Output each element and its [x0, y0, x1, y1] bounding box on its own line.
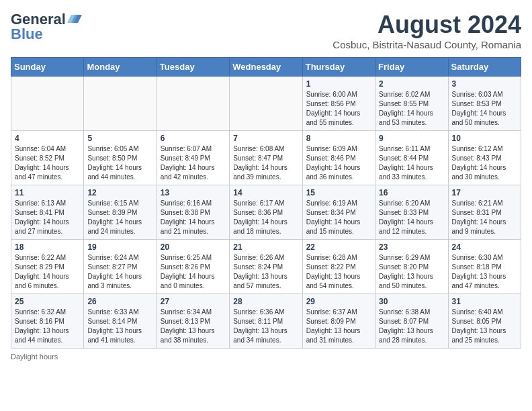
- day-number: 31: [452, 297, 517, 306]
- day-number: 19: [87, 242, 152, 252]
- location: Cosbuc, Bistrita-Nasaud County, Romania: [332, 39, 521, 50]
- day-number: 18: [15, 242, 80, 252]
- calendar-cell: 12Sunrise: 6:15 AM Sunset: 8:39 PM Dayli…: [84, 185, 157, 240]
- day-number: 1: [306, 79, 371, 89]
- day-info: Sunrise: 6:15 AM Sunset: 8:39 PM Dayligh…: [87, 199, 152, 236]
- day-info: Sunrise: 6:34 AM Sunset: 8:13 PM Dayligh…: [161, 308, 226, 345]
- calendar-cell: 23Sunrise: 6:29 AM Sunset: 8:20 PM Dayli…: [375, 240, 448, 294]
- day-info: Sunrise: 6:37 AM Sunset: 8:09 PM Dayligh…: [306, 308, 371, 345]
- calendar-cell: 14Sunrise: 6:17 AM Sunset: 8:36 PM Dayli…: [230, 185, 302, 240]
- day-info: Sunrise: 6:12 AM Sunset: 8:43 PM Dayligh…: [452, 144, 517, 182]
- day-header-saturday: Saturday: [448, 58, 521, 77]
- logo: General Blue: [11, 11, 82, 43]
- calendar-cell: 11Sunrise: 6:13 AM Sunset: 8:41 PM Dayli…: [11, 185, 84, 240]
- day-number: 10: [452, 134, 517, 143]
- calendar-cell: 15Sunrise: 6:19 AM Sunset: 8:34 PM Dayli…: [302, 185, 375, 240]
- day-info: Sunrise: 6:05 AM Sunset: 8:50 PM Dayligh…: [87, 144, 152, 182]
- day-number: 24: [452, 242, 517, 252]
- day-number: 22: [306, 242, 371, 252]
- day-info: Sunrise: 6:11 AM Sunset: 8:44 PM Dayligh…: [379, 144, 444, 182]
- calendar-cell: 27Sunrise: 6:34 AM Sunset: 8:13 PM Dayli…: [157, 294, 229, 349]
- calendar-cell: 10Sunrise: 6:12 AM Sunset: 8:43 PM Dayli…: [448, 131, 521, 185]
- calendar-cell: 1Sunrise: 6:00 AM Sunset: 8:56 PM Daylig…: [302, 77, 375, 131]
- day-header-sunday: Sunday: [11, 58, 84, 77]
- day-number: 15: [306, 188, 371, 197]
- calendar-cell: 26Sunrise: 6:33 AM Sunset: 8:14 PM Dayli…: [84, 294, 157, 349]
- day-number: 28: [233, 297, 298, 306]
- calendar-cell: 4Sunrise: 6:04 AM Sunset: 8:52 PM Daylig…: [11, 131, 84, 185]
- calendar-cell: 21Sunrise: 6:26 AM Sunset: 8:24 PM Dayli…: [230, 240, 302, 294]
- day-number: 20: [161, 242, 226, 252]
- calendar-cell: [157, 77, 229, 131]
- calendar-cell: 30Sunrise: 6:38 AM Sunset: 8:07 PM Dayli…: [375, 294, 448, 349]
- calendar-cell: 31Sunrise: 6:40 AM Sunset: 8:05 PM Dayli…: [448, 294, 521, 349]
- day-number: 30: [379, 297, 444, 306]
- day-number: 6: [161, 134, 226, 143]
- day-info: Sunrise: 6:33 AM Sunset: 8:14 PM Dayligh…: [87, 308, 152, 345]
- day-info: Sunrise: 6:13 AM Sunset: 8:41 PM Dayligh…: [15, 199, 80, 236]
- day-info: Sunrise: 6:22 AM Sunset: 8:29 PM Dayligh…: [15, 253, 80, 291]
- calendar-cell: 22Sunrise: 6:28 AM Sunset: 8:22 PM Dayli…: [302, 240, 375, 294]
- day-number: 4: [15, 134, 80, 143]
- day-info: Sunrise: 6:04 AM Sunset: 8:52 PM Dayligh…: [15, 144, 80, 182]
- footer-note: Daylight hours: [11, 353, 521, 361]
- logo-blue: Blue: [11, 26, 43, 43]
- day-info: Sunrise: 6:19 AM Sunset: 8:34 PM Dayligh…: [306, 199, 371, 236]
- day-info: Sunrise: 6:29 AM Sunset: 8:20 PM Dayligh…: [379, 253, 444, 291]
- day-info: Sunrise: 6:30 AM Sunset: 8:18 PM Dayligh…: [452, 253, 517, 291]
- day-number: 23: [379, 242, 444, 252]
- day-header-thursday: Thursday: [302, 58, 375, 77]
- daylight-label: Daylight hours: [11, 353, 58, 361]
- day-number: 12: [87, 188, 152, 197]
- day-number: 29: [306, 297, 371, 306]
- day-info: Sunrise: 6:36 AM Sunset: 8:11 PM Dayligh…: [233, 308, 298, 345]
- day-info: Sunrise: 6:38 AM Sunset: 8:07 PM Dayligh…: [379, 308, 444, 345]
- day-header-wednesday: Wednesday: [230, 58, 302, 77]
- calendar-cell: 2Sunrise: 6:02 AM Sunset: 8:55 PM Daylig…: [375, 77, 448, 131]
- calendar-cell: 25Sunrise: 6:32 AM Sunset: 8:16 PM Dayli…: [11, 294, 84, 349]
- month-year: August 2024: [332, 11, 521, 39]
- calendar-cell: 29Sunrise: 6:37 AM Sunset: 8:09 PM Dayli…: [302, 294, 375, 349]
- day-number: 9: [379, 134, 444, 143]
- day-info: Sunrise: 6:08 AM Sunset: 8:47 PM Dayligh…: [233, 144, 298, 182]
- calendar-week-3: 11Sunrise: 6:13 AM Sunset: 8:41 PM Dayli…: [11, 185, 521, 240]
- title-area: August 2024 Cosbuc, Bistrita-Nasaud Coun…: [332, 11, 521, 50]
- calendar-cell: [11, 77, 84, 131]
- day-number: 16: [379, 188, 444, 197]
- calendar-cell: [84, 77, 157, 131]
- day-number: 27: [161, 297, 226, 306]
- day-info: Sunrise: 6:09 AM Sunset: 8:46 PM Dayligh…: [306, 144, 371, 182]
- calendar-cell: 18Sunrise: 6:22 AM Sunset: 8:29 PM Dayli…: [11, 240, 84, 294]
- calendar-cell: 5Sunrise: 6:05 AM Sunset: 8:50 PM Daylig…: [84, 131, 157, 185]
- calendar-body: 1Sunrise: 6:00 AM Sunset: 8:56 PM Daylig…: [11, 77, 521, 349]
- calendar-cell: 3Sunrise: 6:03 AM Sunset: 8:53 PM Daylig…: [448, 77, 521, 131]
- day-number: 25: [15, 297, 80, 306]
- day-number: 13: [161, 188, 226, 197]
- calendar-week-2: 4Sunrise: 6:04 AM Sunset: 8:52 PM Daylig…: [11, 131, 521, 185]
- day-number: 21: [233, 242, 298, 252]
- calendar-cell: 7Sunrise: 6:08 AM Sunset: 8:47 PM Daylig…: [230, 131, 302, 185]
- calendar-week-5: 25Sunrise: 6:32 AM Sunset: 8:16 PM Dayli…: [11, 294, 521, 349]
- day-info: Sunrise: 6:17 AM Sunset: 8:36 PM Dayligh…: [233, 199, 298, 236]
- day-info: Sunrise: 6:16 AM Sunset: 8:38 PM Dayligh…: [161, 199, 226, 236]
- day-header-friday: Friday: [375, 58, 448, 77]
- calendar-week-4: 18Sunrise: 6:22 AM Sunset: 8:29 PM Dayli…: [11, 240, 521, 294]
- day-number: 3: [452, 79, 517, 89]
- day-info: Sunrise: 6:25 AM Sunset: 8:26 PM Dayligh…: [161, 253, 226, 291]
- day-info: Sunrise: 6:07 AM Sunset: 8:49 PM Dayligh…: [161, 144, 226, 182]
- calendar-cell: 24Sunrise: 6:30 AM Sunset: 8:18 PM Dayli…: [448, 240, 521, 294]
- day-info: Sunrise: 6:32 AM Sunset: 8:16 PM Dayligh…: [15, 308, 80, 345]
- day-number: 14: [233, 188, 298, 197]
- day-info: Sunrise: 6:40 AM Sunset: 8:05 PM Dayligh…: [452, 308, 517, 345]
- calendar-cell: 19Sunrise: 6:24 AM Sunset: 8:27 PM Dayli…: [84, 240, 157, 294]
- logo-icon: [67, 11, 82, 26]
- header: General Blue August 2024 Cosbuc, Bistrit…: [11, 11, 521, 50]
- day-info: Sunrise: 6:26 AM Sunset: 8:24 PM Dayligh…: [233, 253, 298, 291]
- day-number: 11: [15, 188, 80, 197]
- day-number: 2: [379, 79, 444, 89]
- day-number: 8: [306, 134, 371, 143]
- calendar-cell: 20Sunrise: 6:25 AM Sunset: 8:26 PM Dayli…: [157, 240, 229, 294]
- day-info: Sunrise: 6:00 AM Sunset: 8:56 PM Dayligh…: [306, 90, 371, 128]
- day-info: Sunrise: 6:20 AM Sunset: 8:33 PM Dayligh…: [379, 199, 444, 236]
- calendar-cell: [230, 77, 302, 131]
